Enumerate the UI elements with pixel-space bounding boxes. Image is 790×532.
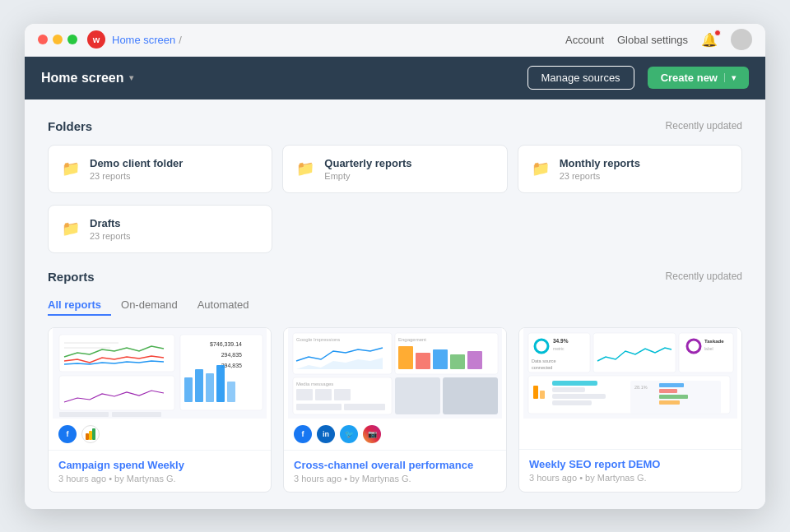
tab-on-demand[interactable]: On-demand xyxy=(111,295,188,316)
svg-text:294,835: 294,835 xyxy=(221,352,242,358)
main-content: Folders Recently updated 📁 Demo client f… xyxy=(25,99,765,509)
chart-svg-2: Google Impressions Engagement xyxy=(284,328,506,419)
svg-rect-28 xyxy=(450,354,465,369)
svg-rect-57 xyxy=(552,400,592,405)
report-weekly-seo[interactable]: 34.9% metric Data source connected Taska… xyxy=(518,327,742,493)
folder-icon: 📁 xyxy=(62,220,80,238)
svg-text:Taskade: Taskade xyxy=(704,339,724,344)
empty-slot-2 xyxy=(518,205,742,253)
reports-grid: $746,339.14 294,835 294,835 xyxy=(48,327,742,493)
svg-text:Data source: Data source xyxy=(532,359,556,363)
folder-name: Quarterly reports xyxy=(324,157,411,169)
app-logo: w xyxy=(87,30,105,49)
reports-section: Reports Recently updated All reports On-… xyxy=(48,270,742,493)
svg-rect-29 xyxy=(467,351,482,369)
svg-rect-38 xyxy=(443,377,498,414)
breadcrumb-separator: / xyxy=(179,34,182,46)
folder-info: Drafts 23 reports xyxy=(90,217,131,241)
report-channel-icons-2: f in 🐦 📷 xyxy=(284,419,506,451)
folder-icon: 📁 xyxy=(296,160,314,178)
reports-title: Reports xyxy=(48,270,95,284)
report-campaign-spend[interactable]: $746,339.14 294,835 294,835 xyxy=(48,327,272,493)
report-meta-3: 3 hours ago • by Martynas G. xyxy=(529,473,732,483)
svg-rect-33 xyxy=(315,389,332,400)
folder-name: Demo client folder xyxy=(90,157,183,169)
report-title-3: Weekly SEO report DEMO xyxy=(529,458,732,470)
tab-all-reports[interactable]: All reports xyxy=(48,295,111,316)
svg-rect-15 xyxy=(112,412,161,417)
app-window: w Home screen / Account Global settings … xyxy=(25,24,765,509)
nav-right: Account Global settings 🔔 xyxy=(565,29,752,50)
folder-icon: 📁 xyxy=(532,160,550,178)
svg-rect-37 xyxy=(395,377,440,414)
svg-rect-16 xyxy=(86,433,89,440)
maximize-button[interactable] xyxy=(67,35,77,44)
report-title-1: Campaign spend Weekly xyxy=(58,459,261,471)
svg-rect-46 xyxy=(593,333,676,372)
folder-quarterly-reports[interactable]: 📁 Quarterly reports Empty xyxy=(282,145,507,193)
report-info-3: Weekly SEO report DEMO 3 hours ago • by … xyxy=(519,450,741,491)
svg-rect-63 xyxy=(659,400,680,405)
report-info-2: Cross-channel overall performance 3 hour… xyxy=(284,451,506,492)
svg-rect-25 xyxy=(398,346,413,369)
svg-rect-32 xyxy=(296,389,313,400)
svg-rect-60 xyxy=(659,383,684,387)
folder-info: Quarterly reports Empty xyxy=(324,157,411,181)
report-cross-channel[interactable]: Google Impressions Engagement xyxy=(283,327,507,493)
global-settings-link[interactable]: Global settings xyxy=(617,34,688,46)
svg-rect-10 xyxy=(206,373,214,402)
title-dropdown-arrow[interactable]: ▾ xyxy=(129,73,133,82)
folder-count: 23 reports xyxy=(90,171,183,181)
account-link[interactable]: Account xyxy=(565,34,604,46)
svg-rect-35 xyxy=(296,404,342,410)
svg-text:metric: metric xyxy=(553,346,565,351)
minimize-button[interactable] xyxy=(53,35,63,44)
svg-text:28.1%: 28.1% xyxy=(634,385,648,390)
svg-rect-56 xyxy=(552,394,606,399)
close-button[interactable] xyxy=(38,35,48,44)
report-thumbnail-3: 34.9% metric Data source connected Taska… xyxy=(519,328,741,419)
svg-rect-11 xyxy=(216,365,225,402)
breadcrumb-home[interactable]: Home screen xyxy=(112,34,175,46)
svg-rect-8 xyxy=(184,377,193,402)
report-thumbnail-1: $746,339.14 294,835 294,835 xyxy=(49,328,271,419)
folder-monthly-reports[interactable]: 📁 Monthly reports 23 reports xyxy=(518,145,742,193)
manage-sources-button[interactable]: Manage sources xyxy=(527,66,634,90)
app-header: Home screen ▾ Manage sources Create new … xyxy=(25,57,765,99)
report-meta-2: 3 hours ago • by Martynas G. xyxy=(294,474,496,483)
folder-count: Empty xyxy=(324,171,411,181)
svg-rect-9 xyxy=(195,369,203,402)
svg-rect-17 xyxy=(89,431,92,440)
tab-automated[interactable]: Automated xyxy=(188,295,259,316)
svg-rect-62 xyxy=(659,395,688,399)
reports-recently-updated: Recently updated xyxy=(666,271,742,282)
facebook-icon: f xyxy=(294,425,312,443)
svg-rect-14 xyxy=(59,412,109,417)
breadcrumb: Home screen / xyxy=(112,34,182,46)
folder-drafts[interactable]: 📁 Drafts 23 reports xyxy=(48,205,272,253)
app-title: Home screen ▾ xyxy=(41,71,133,86)
create-new-label: Create new xyxy=(661,72,718,84)
avatar[interactable] xyxy=(731,29,752,50)
twitter-icon: 🐦 xyxy=(340,425,358,443)
svg-rect-18 xyxy=(92,428,95,440)
report-channel-icons-1: f xyxy=(49,419,271,451)
google-analytics-icon xyxy=(81,425,100,443)
svg-rect-12 xyxy=(227,382,235,402)
notifications-icon[interactable]: 🔔 xyxy=(701,32,718,48)
folders-title: Folders xyxy=(48,119,92,133)
folders-grid: 📁 Demo client folder 23 reports 📁 Quarte… xyxy=(48,145,742,193)
folder-count: 23 reports xyxy=(90,231,131,241)
folder-demo-client[interactable]: 📁 Demo client folder 23 reports xyxy=(48,145,272,193)
svg-text:Media messages: Media messages xyxy=(296,382,333,386)
folders-recently-updated: Recently updated xyxy=(666,120,742,132)
svg-rect-34 xyxy=(334,389,351,400)
instagram-icon: 📷 xyxy=(363,425,381,443)
create-new-button[interactable]: Create new ▾ xyxy=(648,67,749,89)
folder-info: Demo client folder 23 reports xyxy=(90,157,183,181)
home-screen-title: Home screen xyxy=(41,71,124,86)
create-new-dropdown-arrow[interactable]: ▾ xyxy=(724,73,736,82)
svg-rect-26 xyxy=(416,353,430,369)
report-meta-1: 3 hours ago • by Martynas G. xyxy=(58,474,261,483)
svg-text:34.9%: 34.9% xyxy=(553,338,569,344)
